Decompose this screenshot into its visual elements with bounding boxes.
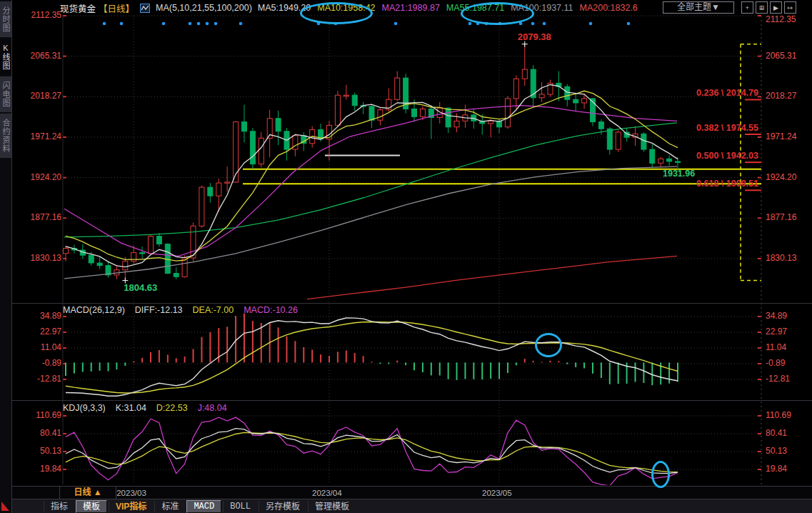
event-marker-dot[interactable] [394, 22, 398, 26]
candle[interactable] [395, 78, 400, 99]
bottom-tab-bar: 指标模板VIP指标标准MACDBOLL另存模板管理模板 [12, 499, 812, 513]
event-marker-dot[interactable] [214, 22, 218, 26]
event-marker-dot[interactable] [103, 22, 106, 26]
trading-app-window: 分时图K线图闪电图合约资料 现货黄金 【日线】 MA(5,10,21,55,10… [0, 0, 812, 513]
candle[interactable] [505, 99, 510, 127]
candle[interactable] [488, 121, 493, 124]
hand-drawn-circle-annotation [461, 2, 534, 25]
candle[interactable] [149, 236, 154, 254]
tab-macd[interactable]: MACD [186, 500, 221, 513]
macd-panel [66, 314, 678, 397]
panel-separator [12, 303, 812, 304]
event-marker-dot[interactable] [197, 22, 201, 26]
candle[interactable] [242, 122, 247, 131]
candle[interactable] [378, 110, 383, 121]
macd-header: MACD(26,12,9) DIFF:-12.13 DEA:-7.00 MACD… [63, 305, 298, 315]
sidebar-item-time-chart[interactable]: 分时图 [0, 1, 11, 37]
event-marker-dot[interactable] [468, 22, 472, 26]
play-icon[interactable]: ▶ [770, 1, 782, 14]
sidebar-tabs: 分时图K线图闪电图合约资料 [0, 0, 12, 513]
candle[interactable] [250, 131, 255, 164]
candle[interactable] [598, 122, 603, 129]
main-chart-panel [64, 41, 763, 299]
header-toolbar: +⊞▶↦ [741, 1, 796, 14]
candle[interactable] [259, 138, 264, 164]
event-marker-dot[interactable] [162, 22, 166, 26]
candle[interactable] [344, 95, 349, 96]
candle[interactable] [573, 99, 578, 103]
candle[interactable] [156, 236, 161, 244]
tab-indicator[interactable]: 指标 [44, 501, 74, 512]
kdj-title: KDJ(9,3,3) [63, 403, 106, 413]
kdj-d-value: D:22.53 [156, 403, 188, 413]
candle[interactable] [522, 69, 527, 79]
candle[interactable] [234, 122, 239, 182]
tab-standard[interactable]: 标准 [154, 501, 185, 512]
kdj-j-value: J:48.04 [198, 403, 227, 413]
candle[interactable] [131, 253, 136, 262]
candle[interactable] [97, 263, 102, 266]
ma-value-label: MA21:1989.87 [382, 3, 440, 13]
candle[interactable] [123, 262, 128, 270]
candle[interactable] [676, 161, 681, 162]
tab-manage-template[interactable]: 管理模板 [308, 501, 356, 512]
sidebar-item-contract-info[interactable]: 合约资料 [0, 114, 11, 158]
candle[interactable] [412, 109, 417, 117]
hand-drawn-circle-annotation [300, 2, 373, 24]
candle[interactable] [335, 95, 340, 125]
kdj-header: KDJ(9,3,3) K:31.04 D:22.53 J:48.04 [63, 403, 227, 413]
event-marker-dot[interactable] [627, 22, 631, 26]
event-marker-dot[interactable] [239, 22, 243, 26]
kline-type-icon[interactable] [140, 4, 150, 13]
period-title: 【日线】 [99, 1, 134, 15]
theme-dropdown-button[interactable]: 全部主题▼ [663, 1, 734, 14]
candle[interactable] [446, 108, 451, 127]
candle[interactable] [616, 132, 621, 149]
macd-dea-value: DEA:-7.00 [193, 305, 234, 315]
event-marker-dot[interactable] [589, 22, 593, 26]
export-icon[interactable]: ↦ [784, 1, 796, 14]
sidebar-item-flash-chart[interactable]: 闪电图 [0, 76, 11, 112]
candle[interactable] [225, 182, 230, 183]
sidebar-item-kline-chart[interactable]: K线图 [0, 39, 11, 75]
tab-boll[interactable]: BOLL [223, 501, 257, 512]
time-axis-row: 日线 ▲ [12, 486, 812, 499]
event-marker-dot[interactable] [543, 22, 546, 26]
candle[interactable] [513, 79, 518, 99]
period-selector-button[interactable]: 日线 ▲ [59, 487, 116, 499]
candle[interactable] [216, 183, 221, 196]
candle[interactable] [140, 253, 145, 254]
event-marker-dot[interactable] [206, 22, 209, 26]
corner-badge-icon [1, 502, 9, 511]
candle[interactable] [641, 134, 646, 149]
candle[interactable] [658, 159, 663, 163]
candle[interactable] [208, 187, 213, 196]
tab-save-template[interactable]: 另存模板 [259, 501, 306, 512]
macd-diff-value: DIFF:-12.13 [135, 305, 183, 315]
candle[interactable] [276, 119, 281, 131]
candle[interactable] [667, 159, 672, 161]
candle[interactable] [199, 187, 204, 226]
event-marker-dot[interactable] [120, 22, 124, 26]
candle[interactable] [582, 99, 587, 103]
candle[interactable] [539, 94, 544, 98]
candle[interactable] [174, 274, 179, 277]
tab-template[interactable]: 模板 [76, 500, 107, 513]
event-marker-dot[interactable] [531, 22, 535, 26]
macd-macd-value: MACD:-10.26 [244, 305, 298, 315]
candle[interactable] [64, 249, 69, 254]
candle[interactable] [454, 121, 459, 126]
hand-drawn-circle-annotation [535, 333, 562, 357]
candle[interactable] [369, 106, 374, 120]
axes-icon[interactable]: ⊞ [756, 1, 768, 14]
candle[interactable] [352, 95, 357, 106]
candle[interactable] [607, 129, 612, 149]
pan-icon[interactable]: + [741, 1, 753, 14]
candle[interactable] [650, 149, 655, 163]
ma-settings-label: MA(5,10,21,55,100,200) [156, 3, 252, 13]
candle[interactable] [420, 109, 425, 117]
tab-vip-indicator[interactable]: VIP指标 [109, 501, 153, 512]
candle[interactable] [565, 86, 570, 99]
candle[interactable] [89, 255, 94, 263]
event-marker-dot[interactable] [189, 22, 192, 26]
